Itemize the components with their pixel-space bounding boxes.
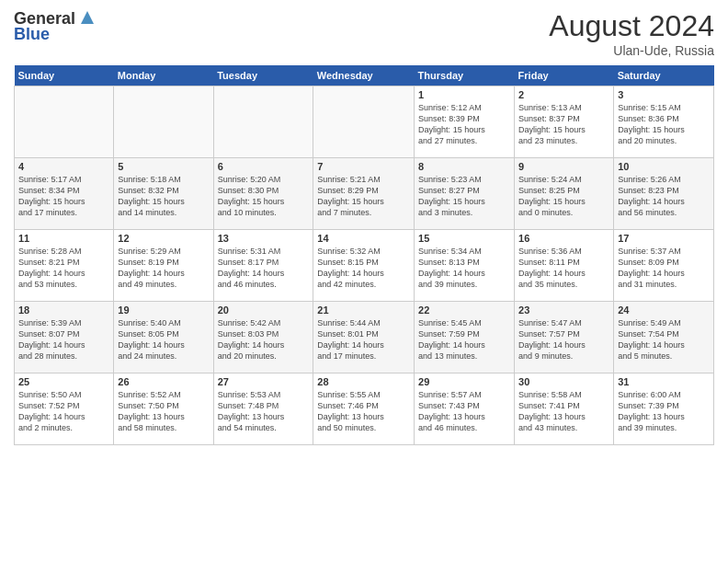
day-detail: Sunrise: 5:21 AM Sunset: 8:29 PM Dayligh… [317,174,410,219]
calendar-page: General Blue August 2024 Ulan-Ude, Russi… [0,0,728,563]
calendar-cell: 30Sunrise: 5:58 AM Sunset: 7:41 PM Dayli… [515,373,614,445]
calendar-cell: 23Sunrise: 5:47 AM Sunset: 7:57 PM Dayli… [515,302,614,373]
day-detail: Sunrise: 5:39 AM Sunset: 8:07 PM Dayligh… [18,317,109,362]
weekday-header: Friday [515,65,614,86]
day-detail: Sunrise: 5:13 AM Sunset: 8:37 PM Dayligh… [518,102,609,147]
calendar-cell: 24Sunrise: 5:49 AM Sunset: 7:54 PM Dayli… [614,302,714,373]
calendar-cell: 20Sunrise: 5:42 AM Sunset: 8:03 PM Dayli… [213,302,313,373]
calendar-cell: 3Sunrise: 5:15 AM Sunset: 8:36 PM Daylig… [614,86,714,158]
day-detail: Sunrise: 5:15 AM Sunset: 8:36 PM Dayligh… [618,102,710,147]
calendar-cell: 8Sunrise: 5:23 AM Sunset: 8:27 PM Daylig… [415,158,515,230]
day-number: 3 [618,89,710,100]
day-detail: Sunrise: 5:42 AM Sunset: 8:03 PM Dayligh… [218,317,310,362]
location: Ulan-Ude, Russia [549,43,714,58]
calendar-cell [213,86,313,158]
day-number: 24 [618,304,710,316]
calendar-cell: 21Sunrise: 5:44 AM Sunset: 8:01 PM Dayli… [313,302,415,373]
day-number: 18 [18,304,109,316]
calendar-cell: 7Sunrise: 5:21 AM Sunset: 8:29 PM Daylig… [313,158,415,230]
day-detail: Sunrise: 5:40 AM Sunset: 8:05 PM Dayligh… [118,317,209,362]
day-number: 2 [518,89,609,100]
calendar-cell [15,86,114,158]
calendar-week-row: 25Sunrise: 5:50 AM Sunset: 7:52 PM Dayli… [15,373,714,445]
day-detail: Sunrise: 5:36 AM Sunset: 8:11 PM Dayligh… [518,246,609,291]
day-detail: Sunrise: 5:55 AM Sunset: 7:46 PM Dayligh… [317,389,410,434]
calendar-cell: 28Sunrise: 5:55 AM Sunset: 7:46 PM Dayli… [313,373,415,445]
day-number: 7 [317,161,410,172]
calendar-cell: 9Sunrise: 5:24 AM Sunset: 8:25 PM Daylig… [515,158,614,230]
day-number: 16 [518,233,609,244]
day-number: 30 [518,376,609,387]
weekday-header: Saturday [614,65,714,86]
day-detail: Sunrise: 5:47 AM Sunset: 7:57 PM Dayligh… [518,317,609,362]
calendar-cell: 4Sunrise: 5:17 AM Sunset: 8:34 PM Daylig… [15,158,114,230]
header: General Blue August 2024 Ulan-Ude, Russi… [14,9,714,58]
day-detail: Sunrise: 5:29 AM Sunset: 8:19 PM Dayligh… [118,246,209,291]
weekday-header: Sunday [15,65,114,86]
day-number: 11 [18,233,109,244]
weekday-header: Tuesday [213,65,313,86]
day-detail: Sunrise: 6:00 AM Sunset: 7:39 PM Dayligh… [618,389,710,434]
day-detail: Sunrise: 5:45 AM Sunset: 7:59 PM Dayligh… [418,317,510,362]
weekday-header: Wednesday [313,65,415,86]
calendar-cell: 26Sunrise: 5:52 AM Sunset: 7:50 PM Dayli… [114,373,213,445]
weekday-header: Thursday [415,65,515,86]
calendar-cell: 31Sunrise: 6:00 AM Sunset: 7:39 PM Dayli… [614,373,714,445]
svg-marker-0 [81,11,94,24]
calendar-cell [313,86,415,158]
day-detail: Sunrise: 5:44 AM Sunset: 8:01 PM Dayligh… [317,317,410,362]
day-detail: Sunrise: 5:23 AM Sunset: 8:27 PM Dayligh… [418,174,510,219]
day-number: 1 [418,89,510,100]
day-detail: Sunrise: 5:24 AM Sunset: 8:25 PM Dayligh… [518,174,609,219]
calendar-week-row: 1Sunrise: 5:12 AM Sunset: 8:39 PM Daylig… [15,86,714,158]
calendar-cell: 12Sunrise: 5:29 AM Sunset: 8:19 PM Dayli… [114,230,213,302]
day-number: 10 [618,161,710,172]
day-detail: Sunrise: 5:17 AM Sunset: 8:34 PM Dayligh… [18,174,109,219]
day-number: 23 [518,304,609,316]
day-detail: Sunrise: 5:32 AM Sunset: 8:15 PM Dayligh… [317,246,410,291]
day-detail: Sunrise: 5:28 AM Sunset: 8:21 PM Dayligh… [18,246,109,291]
day-number: 4 [18,161,109,172]
calendar-cell: 13Sunrise: 5:31 AM Sunset: 8:17 PM Dayli… [213,230,313,302]
day-number: 29 [418,376,510,387]
calendar-cell: 19Sunrise: 5:40 AM Sunset: 8:05 PM Dayli… [114,302,213,373]
day-detail: Sunrise: 5:50 AM Sunset: 7:52 PM Dayligh… [18,389,109,434]
day-detail: Sunrise: 5:12 AM Sunset: 8:39 PM Dayligh… [418,102,510,147]
day-number: 17 [618,233,710,244]
calendar-table: SundayMondayTuesdayWednesdayThursdayFrid… [14,65,714,445]
calendar-cell: 1Sunrise: 5:12 AM Sunset: 8:39 PM Daylig… [415,86,515,158]
day-number: 26 [118,376,209,387]
day-number: 15 [418,233,510,244]
calendar-cell: 2Sunrise: 5:13 AM Sunset: 8:37 PM Daylig… [515,86,614,158]
month-title: August 2024 [549,9,714,43]
calendar-week-row: 11Sunrise: 5:28 AM Sunset: 8:21 PM Dayli… [15,230,714,302]
day-number: 28 [317,376,410,387]
day-detail: Sunrise: 5:52 AM Sunset: 7:50 PM Dayligh… [118,389,209,434]
day-number: 27 [218,376,310,387]
calendar-cell: 22Sunrise: 5:45 AM Sunset: 7:59 PM Dayli… [415,302,515,373]
calendar-cell [114,86,213,158]
calendar-cell: 14Sunrise: 5:32 AM Sunset: 8:15 PM Dayli… [313,230,415,302]
day-number: 13 [218,233,310,244]
calendar-cell: 18Sunrise: 5:39 AM Sunset: 8:07 PM Dayli… [15,302,114,373]
day-number: 20 [218,304,310,316]
header-row: SundayMondayTuesdayWednesdayThursdayFrid… [15,65,714,86]
day-number: 31 [618,376,710,387]
day-detail: Sunrise: 5:49 AM Sunset: 7:54 PM Dayligh… [618,317,710,362]
day-number: 14 [317,233,410,244]
day-number: 8 [418,161,510,172]
day-detail: Sunrise: 5:34 AM Sunset: 8:13 PM Dayligh… [418,246,510,291]
day-detail: Sunrise: 5:58 AM Sunset: 7:41 PM Dayligh… [518,389,609,434]
day-detail: Sunrise: 5:20 AM Sunset: 8:30 PM Dayligh… [218,174,310,219]
day-number: 9 [518,161,609,172]
day-detail: Sunrise: 5:57 AM Sunset: 7:43 PM Dayligh… [418,389,510,434]
calendar-cell: 27Sunrise: 5:53 AM Sunset: 7:48 PM Dayli… [213,373,313,445]
weekday-header: Monday [114,65,213,86]
calendar-cell: 5Sunrise: 5:18 AM Sunset: 8:32 PM Daylig… [114,158,213,230]
calendar-cell: 15Sunrise: 5:34 AM Sunset: 8:13 PM Dayli… [415,230,515,302]
day-detail: Sunrise: 5:26 AM Sunset: 8:23 PM Dayligh… [618,174,710,219]
day-number: 5 [118,161,209,172]
day-detail: Sunrise: 5:53 AM Sunset: 7:48 PM Dayligh… [218,389,310,434]
day-detail: Sunrise: 5:18 AM Sunset: 8:32 PM Dayligh… [118,174,209,219]
calendar-cell: 29Sunrise: 5:57 AM Sunset: 7:43 PM Dayli… [415,373,515,445]
